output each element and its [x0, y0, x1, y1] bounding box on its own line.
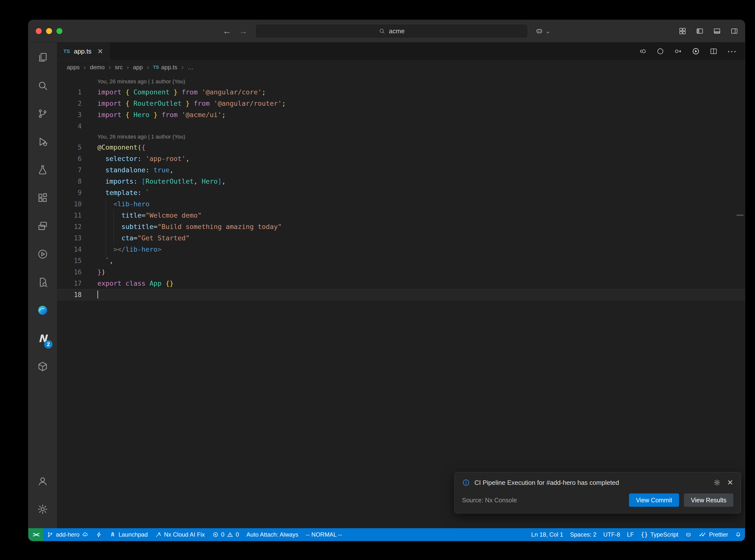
annotations-circle-icon[interactable]	[656, 47, 664, 56]
code-text[interactable]: export class App {}	[97, 278, 174, 289]
auto-attach-status[interactable]: Auto Attach: Always	[243, 528, 302, 541]
toggle-panel-icon[interactable]	[713, 27, 721, 35]
accounts-icon[interactable]	[28, 467, 57, 495]
run-file-icon[interactable]	[692, 47, 700, 56]
code-line[interactable]: 14 ></lib-hero>	[57, 244, 745, 255]
bell-icon	[735, 532, 741, 538]
open-changes-icon[interactable]	[638, 47, 647, 56]
code-text[interactable]	[97, 289, 98, 300]
code-text[interactable]: })	[97, 266, 105, 278]
settings-gear-icon[interactable]	[28, 495, 57, 523]
eol-status[interactable]: LF	[623, 528, 637, 541]
problems-status[interactable]: 0 0	[208, 528, 243, 541]
code-line[interactable]: 12 subtitle="Build something amazing tod…	[57, 221, 745, 233]
code-text[interactable]: @Component({	[97, 142, 145, 153]
code-line[interactable]: 5@Component({	[57, 142, 745, 153]
code-line[interactable]: 16})	[57, 266, 745, 278]
nx-console-icon[interactable]: N 2	[28, 324, 57, 353]
view-commit-button[interactable]: View Commit	[629, 494, 679, 507]
notification-settings-gear-icon[interactable]	[713, 479, 721, 486]
editor[interactable]: You, 26 minutes ago | 1 author (You)1imp…	[57, 74, 745, 528]
vim-mode-status[interactable]: -- NORMAL --	[302, 528, 346, 541]
nx-cloud-status[interactable]: Nx Cloud AI Fix	[152, 528, 208, 541]
code-text[interactable]: `,	[97, 255, 114, 266]
code-text[interactable]: cta="Get Started"	[97, 233, 190, 244]
run-debug-icon[interactable]	[28, 128, 57, 156]
play-circle-icon[interactable]	[28, 240, 57, 268]
notifications-bell[interactable]	[732, 528, 745, 541]
testing-icon[interactable]	[28, 156, 57, 184]
split-editor-icon[interactable]	[709, 47, 718, 56]
navigate-back-button[interactable]: ←	[223, 27, 232, 36]
close-window-button[interactable]	[36, 28, 42, 34]
code-line[interactable]: 2import { RouterOutlet } from '@angular/…	[57, 98, 745, 109]
code-text[interactable]: <lib-hero	[97, 198, 150, 210]
remote-explorer-icon[interactable]	[28, 212, 57, 240]
code-line[interactable]: 10 <lib-hero	[57, 198, 745, 210]
code-line[interactable]: 4	[57, 121, 745, 132]
indentation-status[interactable]: Spaces: 2	[567, 528, 600, 541]
zoom-window-button[interactable]	[57, 28, 62, 34]
code-text[interactable]: imports: [RouterOutlet, Hero],	[97, 176, 225, 187]
minimize-window-button[interactable]	[46, 28, 52, 34]
search-value: acme	[389, 27, 405, 35]
code-line[interactable]: 8 imports: [RouterOutlet, Hero],	[57, 176, 745, 187]
branch-indicator[interactable]: add-hero	[43, 528, 92, 541]
lightning-status[interactable]	[92, 528, 106, 541]
edge-browser-icon[interactable]	[28, 296, 57, 324]
code-line[interactable]: 13 cta="Get Started"	[57, 233, 745, 244]
toggle-primary-sidebar-icon[interactable]	[696, 27, 704, 35]
view-results-button[interactable]: View Results	[684, 494, 733, 507]
code-line[interactable]: 18	[57, 289, 745, 300]
code-line[interactable]: 11 title="Welcmoe demo"	[57, 210, 745, 221]
cursor-position-status[interactable]: Ln 18, Col 1	[528, 528, 567, 541]
breadcrumb-item[interactable]: TSapp.ts	[153, 64, 177, 71]
code-line[interactable]: 3import { Hero } from '@acme/ui';	[57, 109, 745, 121]
breadcrumb-item[interactable]: apps	[67, 64, 80, 71]
code-text[interactable]: standalone: true,	[97, 164, 174, 176]
blame-annotation[interactable]: You, 26 minutes ago | 1 author (You)	[57, 77, 745, 86]
code-line[interactable]: 1import { Component } from '@angular/cor…	[57, 86, 745, 98]
search-view-icon[interactable]	[28, 72, 57, 100]
breadcrumb-item[interactable]: src	[115, 64, 123, 71]
copilot-icon	[685, 532, 692, 538]
code-line[interactable]: 6 selector: 'app-root',	[57, 153, 745, 164]
code-line[interactable]: 7 standalone: true,	[57, 164, 745, 176]
code-text[interactable]: ></lib-hero>	[97, 244, 161, 255]
breadcrumb-item[interactable]: …	[187, 64, 193, 71]
customize-layout-icon[interactable]	[678, 27, 687, 35]
code-text[interactable]: import { Hero } from '@acme/ui';	[97, 109, 225, 121]
language-mode-status[interactable]: {} TypeScript	[637, 528, 682, 541]
close-tab-icon[interactable]: ✕	[97, 47, 103, 56]
copilot-status[interactable]	[682, 528, 695, 541]
notification-close-icon[interactable]: ✕	[727, 479, 733, 486]
explorer-icon[interactable]	[28, 43, 57, 72]
remote-indicator[interactable]: ><	[28, 528, 43, 541]
more-actions-icon[interactable]: ⋯	[727, 46, 736, 56]
code-text[interactable]: title="Welcmoe demo"	[97, 210, 202, 221]
source-control-icon[interactable]	[28, 100, 57, 128]
navigate-forward-button[interactable]: →	[239, 27, 248, 36]
extensions-icon[interactable]	[28, 184, 57, 212]
code-text[interactable]: import { RouterOutlet } from '@angular/r…	[97, 98, 286, 109]
package-icon[interactable]	[28, 353, 57, 381]
toggle-secondary-sidebar-icon[interactable]	[730, 27, 738, 35]
breadcrumb-item[interactable]: demo	[90, 64, 104, 71]
launchpad-status[interactable]: Launchpad	[106, 528, 152, 541]
file-search-icon[interactable]	[28, 268, 57, 296]
code-line[interactable]: 17export class App {}	[57, 278, 745, 289]
copilot-menu-button[interactable]: ⌄	[535, 27, 551, 35]
code-text[interactable]: selector: 'app-root',	[97, 153, 190, 164]
command-center-search[interactable]: acme	[255, 24, 528, 38]
code-text[interactable]: import { Component } from '@angular/core…	[97, 86, 266, 98]
code-text[interactable]: template: `	[97, 187, 150, 198]
code-line[interactable]: 9 template: `	[57, 187, 745, 198]
encoding-status[interactable]: UTF-8	[600, 528, 623, 541]
formatter-status[interactable]: ✓✓ Prettier	[695, 528, 732, 541]
tab-app-ts[interactable]: TS app.ts ✕	[57, 42, 110, 60]
code-text[interactable]: subtitle="Build something amazing today"	[97, 221, 282, 233]
blame-annotation[interactable]: You, 26 minutes ago | 1 author (You)	[57, 132, 745, 142]
compare-next-icon[interactable]	[674, 47, 682, 56]
code-line[interactable]: 15 `,	[57, 255, 745, 266]
breadcrumb-item[interactable]: app	[133, 64, 143, 71]
